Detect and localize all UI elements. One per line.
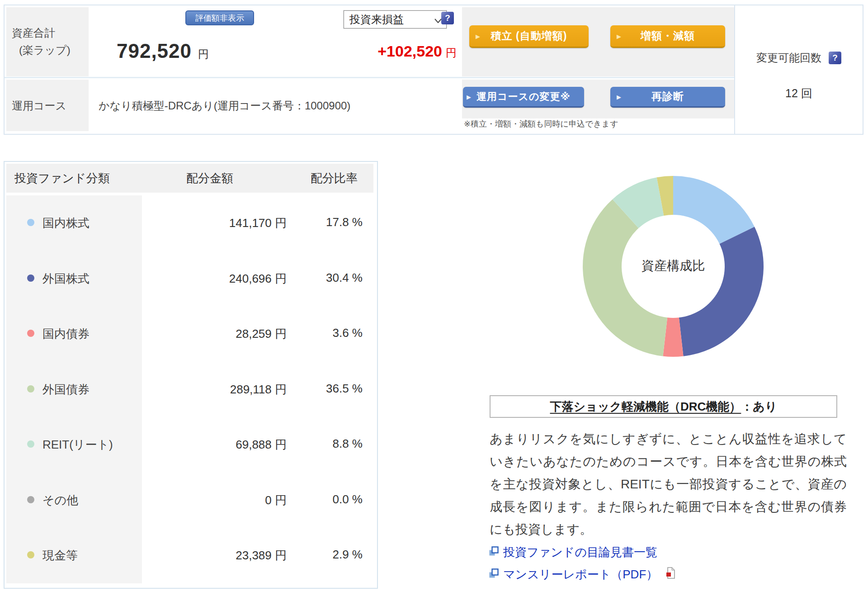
course-value: かなり積極型-DRCあり(運用コース番号：1000900) [99,99,350,113]
asset-total-label: 資産合計 (楽ラップ) [12,24,71,59]
total-asset-unit: 円 [198,48,209,60]
category-label: その他 [42,492,78,508]
header-allocation-ratio: 配分比率 [300,164,368,193]
asset-composition-donut-chart: 資産構成比 [580,173,766,359]
category-dot [27,385,34,393]
summary-main: 資産合計 (楽ラップ) 評価額非表示 792,520円 投資来損益 ? +102… [5,5,734,134]
category-label: 国内株式 [42,215,90,231]
allocation-amount: 0 円 [137,492,287,508]
drc-feature-status: ：あり [741,399,777,415]
table-row: 国内債券28,259 円3.6 % [6,306,373,362]
category-label: REIT(リート) [42,437,113,453]
table-row: その他0 円0.0 % [6,473,373,528]
allocation-ratio: 3.6 % [291,326,363,340]
zougaku-gengaku-button[interactable]: ▶ 増額・減額 [610,25,725,48]
rediagnosis-button[interactable]: ▶ 再診断 [610,87,725,108]
pl-value-line: +102,520円 [271,43,457,60]
pl-help-icon[interactable]: ? [441,12,454,24]
donut-center-label: 資産構成比 [580,257,766,274]
allocation-amount: 289,118 円 [137,382,287,397]
allocation-amount: 141,170 円 [137,215,287,231]
allocation-amount: 69,888 円 [137,437,287,453]
hide-valuation-button[interactable]: 評価額非表示 [185,10,254,25]
external-link-icon [489,568,499,582]
external-link-icon [489,545,499,559]
allocation-ratio: 0.0 % [291,492,363,506]
donut-segment [679,227,764,356]
course-description: あまりリスクを気にしすぎずに、とことん収益性を追求していきたいあなたのためのコー… [490,428,847,541]
change-count-panel: 変更可能回数 ? 12 回 [734,5,863,134]
monthly-report-link-label: マンスリーレポート（PDF） [503,567,658,582]
drc-feature-box: 下落ショック軽減機能（DRC機能）：あり [490,395,837,418]
allocation-ratio: 30.4 % [291,271,363,285]
chevron-down-icon [434,13,442,26]
table-row: 外国債券289,118 円36.5 % [6,362,373,417]
prospectus-link[interactable]: 投資ファンドの目論見書一覧 [489,544,675,560]
summary-panel: 資産合計 (楽ラップ) 評価額非表示 792,520円 投資来損益 ? +102… [4,5,863,135]
pl-period-select-value: 投資来損益 [349,12,404,27]
asset-total-label-line1: 資産合計 [12,24,71,42]
button-arrow-icon: ▶ [617,93,622,100]
row-divider [5,77,734,78]
course-change-button[interactable]: ▶ 運用コースの変更※ [463,87,584,108]
category-dot [27,219,34,226]
allocation-rows: 国内株式141,170 円17.8 %外国株式240,696 円30.4 %国内… [6,195,373,583]
allocation-amount: 23,389 円 [137,548,287,563]
change-count-label: 変更可能回数 [756,51,821,65]
table-row: 外国株式240,696 円30.4 % [6,251,373,307]
change-count-value: 12 回 [785,86,812,101]
category-label: 現金等 [42,548,78,563]
drc-feature-title: 下落ショック軽減機能（DRC機能） [550,399,741,415]
change-count-help-icon[interactable]: ? [829,52,841,64]
table-row: REIT(リート)69,888 円8.8 % [6,417,373,473]
zougaku-button-label: 増額・減額 [641,29,695,43]
pl-amount: +102,520 [377,43,442,60]
allocation-amount: 28,259 円 [137,326,287,342]
button-arrow-icon: ▶ [467,93,472,100]
donut-segment [583,199,667,356]
total-asset-value: 792,520円 [68,40,258,62]
simultaneous-application-note: ※積立・増額・減額も同時に申込できます [464,118,618,129]
category-label: 外国債券 [42,382,90,397]
course-change-button-label: 運用コースの変更※ [476,90,571,104]
button-arrow-icon: ▶ [617,33,622,39]
page: 資産合計 (楽ラップ) 評価額非表示 792,520円 投資来損益 ? +102… [0,0,868,596]
asset-total-label-line2: (楽ラップ) [19,42,71,59]
allocation-ratio: 8.8 % [291,437,363,451]
allocation-ratio: 36.5 % [291,382,363,396]
category-dot [27,274,34,282]
allocation-ratio: 17.8 % [291,215,363,229]
category-dot [27,440,34,448]
course-label: 運用コース [12,99,66,113]
button-arrow-icon: ▶ [476,33,481,39]
tsumitate-button-label: 積立 (自動増額) [491,29,567,43]
tsumitate-button[interactable]: ▶ 積立 (自動増額) [469,25,589,48]
table-row: 国内株式141,170 円17.8 % [6,195,373,251]
header-allocation-amount: 配分金額 [151,164,269,193]
change-count-line: 変更可能回数 ? [756,51,841,65]
category-dot [27,551,34,558]
table-row: 現金等23,389 円2.9 % [6,528,373,583]
pl-period-select[interactable]: 投資来損益 [344,10,447,28]
pl-unit: 円 [446,47,457,59]
total-asset-amount: 792,520 [117,40,192,62]
allocation-amount: 240,696 円 [137,271,287,287]
allocation-ratio: 2.9 % [291,548,363,562]
category-dot [27,330,34,337]
monthly-report-link[interactable]: マンスリーレポート（PDF） [489,567,675,582]
prospectus-link-label: 投資ファンドの目論見書一覧 [503,544,657,560]
category-label: 外国株式 [42,271,90,287]
category-label: 国内債券 [42,326,90,342]
allocation-table-header: 投資ファンド分類 配分金額 配分比率 [6,164,373,193]
allocation-table: 投資ファンド分類 配分金額 配分比率 国内株式141,170 円17.8 %外国… [4,161,378,589]
pdf-file-icon [666,567,675,582]
document-links: 投資ファンドの目論見書一覧 マンスリーレポート（PDF） [489,544,675,582]
rediagnosis-button-label: 再診断 [651,90,684,104]
category-dot [27,496,34,503]
header-fund-category: 投資ファンド分類 [14,164,109,193]
